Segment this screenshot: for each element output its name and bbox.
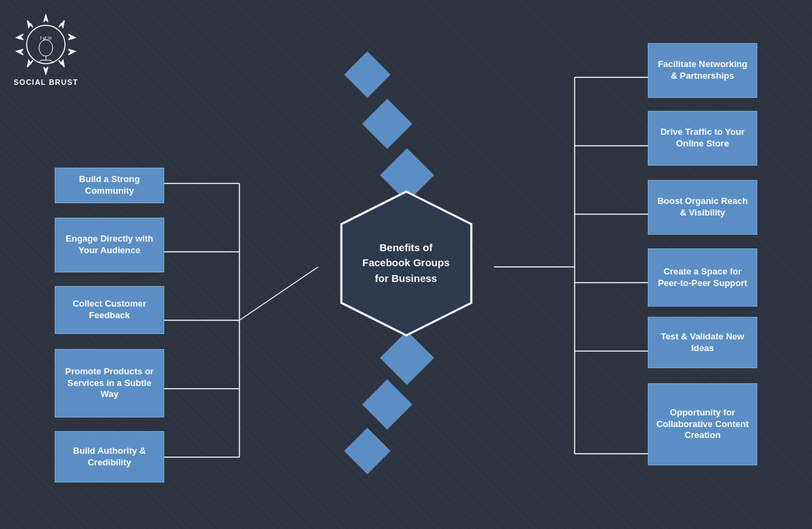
svg-marker-4 xyxy=(59,60,64,67)
left-item-engage-audience: Engage Directly with Your Audience xyxy=(55,218,164,272)
diamond-top-2 xyxy=(362,99,412,149)
svg-marker-1 xyxy=(59,21,64,27)
left-item-promote-products: Promote Products or Services in a Subtle… xyxy=(55,349,164,417)
right-item-test-validate: Test & Validate New Ideas xyxy=(648,317,757,368)
svg-marker-2 xyxy=(68,34,75,40)
right-item-boost-organic: Boost Organic Reach & Visibility xyxy=(648,180,757,235)
right-item-peer-support: Create a Space for Peer-to-Peer Support xyxy=(648,248,757,307)
svg-marker-5 xyxy=(44,67,48,74)
diamond-bot-2 xyxy=(362,379,412,430)
logo-icon: f yt in xyxy=(15,14,77,75)
svg-marker-3 xyxy=(68,49,75,55)
svg-marker-7 xyxy=(16,49,23,55)
hex-wrapper: Benefits of Facebook Groups for Business xyxy=(338,188,475,341)
left-item-collect-feedback: Collect Customer Feedback xyxy=(55,286,164,334)
diamond-bot-3 xyxy=(344,428,391,474)
diamond-top-1 xyxy=(344,51,391,98)
svg-line-23 xyxy=(239,267,318,320)
svg-marker-9 xyxy=(27,21,33,27)
right-item-collab-content: Opportunity for Collaborative Content Cr… xyxy=(648,383,757,465)
svg-marker-8 xyxy=(16,34,23,40)
right-item-facilitate-networking: Facilitate Networking & Partnerships xyxy=(648,43,757,98)
svg-marker-0 xyxy=(44,15,48,22)
center-title: Benefits of Facebook Groups for Business xyxy=(355,240,458,287)
right-item-drive-traffic: Drive Traffic to Your Online Store xyxy=(648,111,757,166)
svg-text:f yt in: f yt in xyxy=(40,36,52,41)
logo-area: f yt in SOCIAL BRUST xyxy=(14,14,78,86)
left-item-build-authority: Build Authority & Credibility xyxy=(55,431,164,482)
brand-name: SOCIAL BRUST xyxy=(14,78,78,86)
left-item-build-community: Build a Strong Community xyxy=(55,168,164,203)
svg-marker-6 xyxy=(27,60,33,67)
